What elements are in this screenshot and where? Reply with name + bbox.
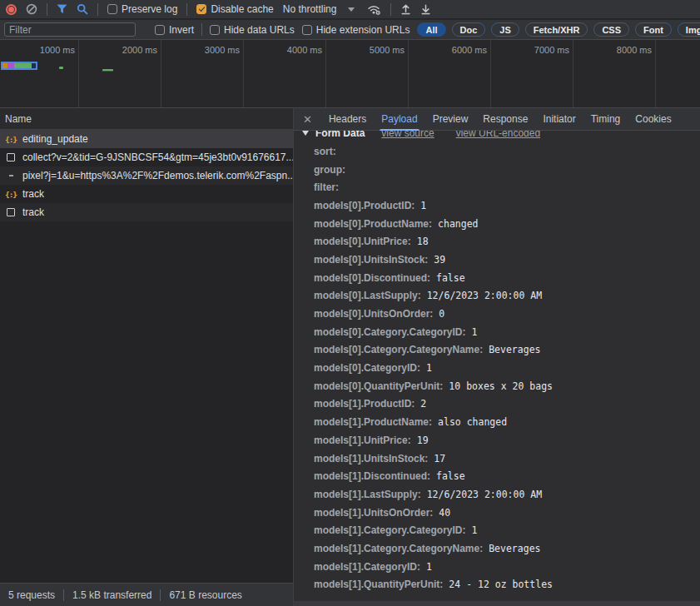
hide-data-urls-toggle[interactable]: Hide data URLs bbox=[210, 24, 295, 36]
form-data-section-header[interactable]: Form Data view source view URL-encoded bbox=[302, 131, 700, 142]
form-data-value: false bbox=[436, 272, 465, 284]
status-divider bbox=[63, 589, 64, 601]
filter-pill[interactable]: Doc bbox=[452, 22, 486, 37]
form-data-key: models[1].UnitsInStock bbox=[314, 453, 428, 464]
request-type-icon bbox=[5, 175, 17, 176]
invert-toggle[interactable]: Invert bbox=[155, 24, 194, 36]
record-button[interactable] bbox=[6, 4, 17, 15]
overview-selection[interactable] bbox=[1, 62, 37, 70]
disable-cache-checkbox[interactable] bbox=[196, 4, 206, 14]
form-data-value: Beverages bbox=[489, 543, 540, 554]
timeline-tick: 7000 ms bbox=[491, 40, 573, 107]
filter-pill[interactable]: Fetch/XHR bbox=[525, 22, 588, 37]
detail-close-button[interactable]: ✕ bbox=[294, 113, 321, 126]
form-data-section-title: Form Data bbox=[315, 131, 365, 139]
detail-tab[interactable]: Preview bbox=[425, 108, 476, 131]
request-name: track bbox=[22, 206, 44, 218]
form-data-value: 39 bbox=[434, 254, 445, 266]
name-column-header[interactable]: Name bbox=[0, 108, 293, 130]
request-row[interactable]: collect?v=2&tid=G-9JSNBCSF54&gtm=45je3bt… bbox=[0, 148, 293, 166]
form-data-row: models[1].Category.CategoryName Beverage… bbox=[302, 539, 700, 558]
waterfall-bar-green bbox=[14, 63, 32, 68]
form-data-value: 12/6/2023 2:00:00 AM bbox=[427, 489, 542, 500]
detail-tab[interactable]: Payload bbox=[374, 108, 424, 131]
waterfall-mark bbox=[59, 67, 63, 69]
form-data-key: models[0].QuantityPerUnit bbox=[314, 380, 443, 392]
preserve-log-toggle[interactable]: Preserve log bbox=[107, 3, 177, 15]
toolbar-divider bbox=[186, 3, 187, 16]
network-overview[interactable]: 1000 ms2000 ms3000 ms4000 ms5000 ms6000 … bbox=[0, 40, 700, 108]
network-status-bar: 5 requests 1.5 kB transferred 671 B reso… bbox=[0, 583, 293, 606]
horizontal-scrollbar-track[interactable] bbox=[294, 601, 700, 606]
timeline-tick: 6000 ms bbox=[409, 40, 491, 107]
filter-input[interactable] bbox=[4, 22, 136, 37]
request-row[interactable]: pixel?j=1&u=https%3A%2F%2Fdemos.telerik.… bbox=[0, 166, 293, 185]
form-data-value: 1 bbox=[426, 561, 432, 573]
form-data-row: models[0].LastSupply 12/6/2023 2:00:00 A… bbox=[302, 287, 700, 305]
form-data-value: 1 bbox=[420, 200, 426, 211]
form-data-key: models[0].UnitsOnOrder bbox=[314, 308, 433, 320]
form-data-key: sort bbox=[314, 146, 336, 157]
timeline-tick: 8000 ms bbox=[573, 40, 656, 107]
search-button[interactable] bbox=[77, 3, 88, 15]
form-data-key: models[0].Category.CategoryName bbox=[314, 344, 483, 355]
form-data-value: 40 bbox=[439, 507, 450, 519]
filter-pill[interactable]: CSS bbox=[593, 22, 629, 37]
request-name: collect?v=2&tid=G-9JSNBCSF54&gtm=45je3bt… bbox=[22, 152, 293, 163]
hide-extension-urls-toggle[interactable]: Hide extension URLs bbox=[302, 24, 410, 36]
network-toolbar: Preserve log Disable cache No throttling bbox=[0, 0, 700, 19]
request-row[interactable]: track bbox=[0, 185, 293, 203]
search-icon bbox=[77, 3, 88, 15]
form-data-value: 17 bbox=[434, 453, 445, 464]
request-name: editing_update bbox=[22, 133, 88, 145]
clear-log-button[interactable] bbox=[26, 3, 37, 15]
form-data-value: 19 bbox=[417, 435, 429, 446]
filter-toggle-button[interactable] bbox=[57, 4, 67, 14]
request-row[interactable]: track bbox=[0, 203, 293, 221]
form-data-row: models[1].QuantityPerUnit 24 - 12 oz bot… bbox=[302, 576, 700, 594]
filter-pill[interactable]: Font bbox=[635, 22, 672, 37]
form-data-row: models[1].UnitPrice 19 bbox=[302, 431, 700, 450]
record-icon bbox=[6, 4, 17, 15]
disclosure-triangle-icon[interactable] bbox=[302, 131, 309, 136]
detail-tab[interactable]: Cookies bbox=[628, 108, 678, 131]
network-main: Name editing_update collect?v=2&tid=G-9J… bbox=[0, 108, 700, 606]
detail-tab[interactable]: Headers bbox=[321, 108, 374, 131]
filter-pill[interactable]: All bbox=[417, 22, 445, 37]
preserve-log-checkbox[interactable] bbox=[107, 4, 117, 14]
network-conditions-button[interactable] bbox=[367, 4, 381, 15]
form-data-value: 1 bbox=[471, 524, 477, 536]
clear-icon bbox=[26, 3, 37, 15]
invert-checkbox[interactable] bbox=[155, 25, 165, 35]
toolbar-divider bbox=[201, 23, 202, 36]
request-type-icon bbox=[5, 153, 17, 161]
form-data-row: models[0].Category.CategoryName Beverage… bbox=[302, 341, 700, 360]
view-url-encoded-link[interactable]: view URL-encoded bbox=[456, 131, 540, 139]
detail-tab[interactable]: Initiator bbox=[535, 108, 583, 131]
request-name: track bbox=[22, 188, 44, 200]
disable-cache-toggle[interactable]: Disable cache bbox=[196, 3, 273, 15]
filter-pill[interactable]: JS bbox=[491, 22, 519, 37]
form-data-rows: sort group filter models[0].ProductID 1 … bbox=[302, 142, 700, 594]
throttling-value: No throttling bbox=[283, 3, 337, 15]
form-data-row: group bbox=[302, 161, 700, 179]
request-row[interactable]: editing_update bbox=[0, 130, 293, 148]
hide-data-urls-checkbox[interactable] bbox=[210, 25, 220, 35]
export-har-button[interactable] bbox=[420, 4, 431, 15]
view-source-link[interactable]: view source bbox=[381, 131, 434, 139]
throttling-select[interactable]: No throttling bbox=[283, 3, 355, 15]
form-data-row: models[0].Category.CategoryID 1 bbox=[302, 323, 700, 341]
detail-tab[interactable]: Response bbox=[475, 108, 535, 131]
devtools-network-panel: Preserve log Disable cache No throttling bbox=[0, 0, 700, 606]
detail-tab[interactable]: Timing bbox=[583, 108, 628, 131]
filter-pill[interactable]: Img bbox=[678, 22, 700, 37]
hide-data-urls-label: Hide data URLs bbox=[224, 24, 295, 36]
upload-icon bbox=[400, 4, 411, 15]
request-detail-panel: ✕ HeadersPayloadPreviewResponseInitiator… bbox=[294, 108, 700, 606]
hide-extension-urls-checkbox[interactable] bbox=[302, 25, 312, 35]
funnel-icon bbox=[57, 4, 67, 14]
import-har-button[interactable] bbox=[400, 4, 411, 15]
toolbar-divider bbox=[97, 3, 98, 16]
timeline-tick: 5000 ms bbox=[326, 40, 409, 107]
form-data-value: false bbox=[436, 470, 465, 482]
